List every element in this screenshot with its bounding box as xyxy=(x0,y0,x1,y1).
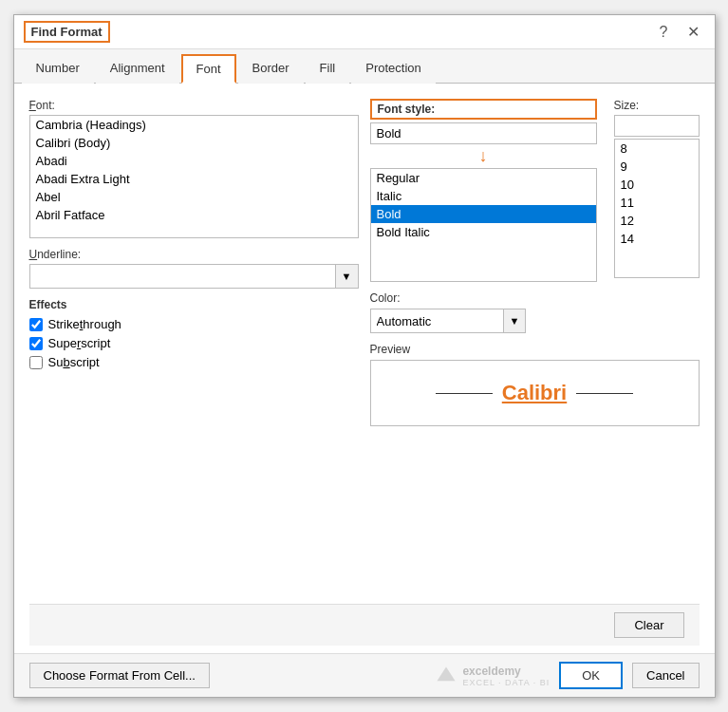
tab-font[interactable]: Font xyxy=(181,54,236,84)
size-field: Size: 8 9 10 11 12 14 xyxy=(614,99,700,282)
strikethrough-checkbox[interactable] xyxy=(29,318,43,331)
size-label: Size: xyxy=(614,99,700,112)
exceldemy-icon xyxy=(436,665,457,686)
list-item[interactable]: Calibri (Body) xyxy=(30,134,358,152)
color-label: Color: xyxy=(370,291,700,305)
effects-section: Effects Strikethrough Superscript Subscr… xyxy=(29,298,359,374)
color-dropdown: ▼ xyxy=(370,309,700,333)
list-item[interactable]: 9 xyxy=(615,158,699,176)
list-item[interactable]: Regular xyxy=(371,169,596,187)
list-item[interactable]: 14 xyxy=(615,230,699,248)
list-item[interactable]: Cambria (Headings) xyxy=(30,116,358,134)
underline-field: Underline: ▼ xyxy=(29,248,359,289)
list-item[interactable]: Abel xyxy=(30,188,358,206)
preview-label: Preview xyxy=(370,343,700,356)
font-field: Font: Cambria (Headings) Calibri (Body) … xyxy=(29,99,359,238)
watermark-tagline: EXCEL · DATA · BI xyxy=(462,678,550,687)
tab-content: Font: Cambria (Headings) Calibri (Body) … xyxy=(14,84,715,653)
watermark-text: exceldemy EXCEL · DATA · BI xyxy=(462,665,550,687)
size-input[interactable] xyxy=(614,115,700,137)
tab-alignment[interactable]: Alignment xyxy=(96,54,179,84)
font-style-size-row: Font style: ↓ Regular Italic Bold Bold I… xyxy=(370,99,700,282)
choose-format-button[interactable]: Choose Format From Cell... xyxy=(29,663,210,688)
main-columns: Font: Cambria (Headings) Calibri (Body) … xyxy=(29,99,700,426)
list-item[interactable]: Abril Fatface xyxy=(30,206,358,224)
font-list[interactable]: Cambria (Headings) Calibri (Body) Abadi … xyxy=(29,115,359,238)
right-column: Font style: ↓ Regular Italic Bold Bold I… xyxy=(370,99,700,426)
subscript-checkbox[interactable] xyxy=(29,356,43,369)
tab-number[interactable]: Number xyxy=(22,54,94,84)
subscript-row: Subscript xyxy=(29,355,359,369)
preview-text: Calibri xyxy=(502,381,567,405)
list-item[interactable]: Abadi Extra Light xyxy=(30,170,358,188)
preview-line-right xyxy=(576,393,633,394)
font-label: Font: xyxy=(29,99,359,112)
find-format-dialog: Find Format ? ✕ Number Alignment Font Bo… xyxy=(13,14,716,698)
superscript-checkbox[interactable] xyxy=(29,337,43,350)
list-item[interactable]: 12 xyxy=(615,212,699,230)
dialog-title: Find Format xyxy=(24,21,110,43)
underline-label: Underline: xyxy=(29,248,359,261)
list-item[interactable]: 8 xyxy=(615,140,699,158)
color-field: Color: ▼ xyxy=(370,291,700,333)
title-controls: ? ✕ xyxy=(654,23,705,42)
clear-button-row: Clear xyxy=(29,604,700,646)
tab-border[interactable]: Border xyxy=(238,54,304,84)
preview-line-left xyxy=(436,393,493,394)
list-item[interactable]: 11 xyxy=(615,194,699,212)
svg-marker-0 xyxy=(438,666,456,681)
effects-title: Effects xyxy=(29,298,359,311)
superscript-row: Superscript xyxy=(29,336,359,350)
footer: Choose Format From Cell... exceldemy EXC… xyxy=(14,653,715,697)
tab-protection[interactable]: Protection xyxy=(351,54,436,84)
left-column: Font: Cambria (Headings) Calibri (Body) … xyxy=(29,99,359,426)
font-style-input[interactable] xyxy=(370,122,597,144)
strikethrough-row: Strikethrough xyxy=(29,317,359,331)
strikethrough-label: Strikethrough xyxy=(48,317,121,331)
footer-right: exceldemy EXCEL · DATA · BI OK Cancel xyxy=(436,662,699,689)
close-button[interactable]: ✕ xyxy=(681,23,705,42)
list-item[interactable]: Bold Italic xyxy=(371,223,596,241)
underline-dropdown: ▼ xyxy=(29,264,359,289)
font-style-list[interactable]: Regular Italic Bold Bold Italic xyxy=(370,168,597,282)
subscript-label: Subscript xyxy=(48,355,100,369)
arrow-indicator: ↓ xyxy=(370,146,597,166)
cancel-button[interactable]: Cancel xyxy=(632,663,699,688)
underline-dropdown-btn[interactable]: ▼ xyxy=(335,264,359,289)
preview-box: Calibri xyxy=(370,360,700,426)
help-button[interactable]: ? xyxy=(654,23,674,42)
tabs-row: Number Alignment Font Border Fill Protec… xyxy=(14,49,715,84)
watermark-name: exceldemy xyxy=(462,665,550,678)
list-item[interactable]: Abadi xyxy=(30,152,358,170)
watermark: exceldemy EXCEL · DATA · BI xyxy=(436,665,550,687)
size-list[interactable]: 8 9 10 11 12 14 xyxy=(614,139,700,278)
color-dropdown-btn[interactable]: ▼ xyxy=(503,309,527,333)
title-bar: Find Format ? ✕ xyxy=(14,15,715,49)
preview-content: Calibri xyxy=(436,381,633,405)
clear-button[interactable]: Clear xyxy=(614,612,683,638)
tab-fill[interactable]: Fill xyxy=(306,54,350,84)
list-item[interactable]: 10 xyxy=(615,176,699,194)
spacer xyxy=(29,436,700,594)
font-list-container: Cambria (Headings) Calibri (Body) Abadi … xyxy=(29,115,359,238)
preview-field: Preview Calibri xyxy=(370,343,700,426)
list-item-selected[interactable]: Bold xyxy=(371,205,596,223)
superscript-label: Superscript xyxy=(48,336,111,350)
ok-button[interactable]: OK xyxy=(559,662,623,689)
color-input[interactable] xyxy=(370,309,503,333)
font-style-field: Font style: ↓ Regular Italic Bold Bold I… xyxy=(370,99,597,282)
list-item[interactable]: Italic xyxy=(371,187,596,205)
underline-input[interactable] xyxy=(29,264,335,289)
font-style-label: Font style: xyxy=(370,99,597,120)
